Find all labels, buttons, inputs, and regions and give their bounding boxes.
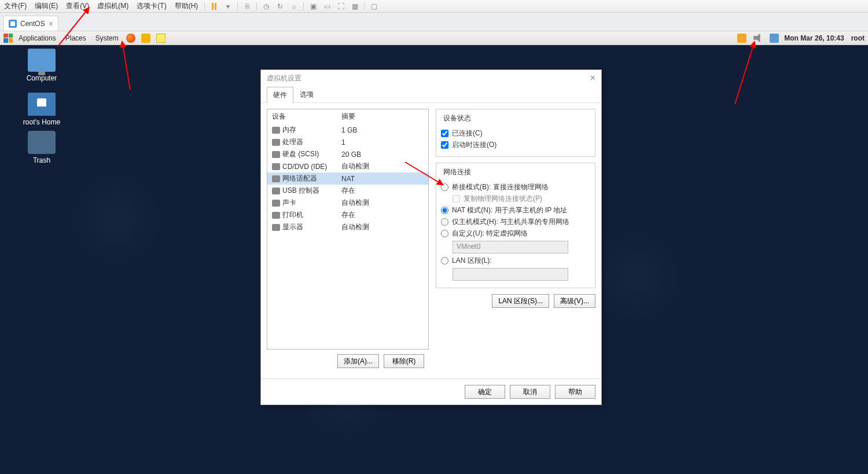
nautilus-icon[interactable]	[141, 34, 150, 43]
device-row[interactable]: USB 控制器存在	[267, 185, 428, 197]
device-row[interactable]: 处理器1	[267, 136, 428, 148]
device-row[interactable]: 内存1 GB	[267, 124, 428, 136]
bridged-radio[interactable]: 桥接模式(B): 直接连接物理网络	[441, 182, 590, 192]
nat-radio[interactable]: NAT 模式(N): 用于共享主机的 IP 地址	[441, 205, 590, 215]
toolbar-dropdown-icon[interactable]: ▾	[223, 2, 233, 11]
vmware-tab-strip: CentOS ×	[0, 13, 868, 31]
network-icon[interactable]	[770, 34, 779, 43]
toolbar-snapshot-icon[interactable]: ⎘	[242, 2, 252, 11]
toolbar-view2-icon[interactable]: ▭	[322, 2, 332, 11]
help-button[interactable]: 帮助	[555, 385, 595, 399]
hostonly-radio[interactable]: 仅主机模式(H): 与主机共享的专用网络	[441, 217, 590, 227]
device-summary: 自动检测	[341, 222, 369, 232]
volume-icon[interactable]	[753, 34, 763, 43]
custom-radio[interactable]: 自定义(U): 特定虚拟网络	[441, 229, 590, 238]
device-name: CD/DVD (IDE)	[282, 163, 327, 171]
dialog-close-icon[interactable]: ×	[590, 73, 595, 83]
gnome-panel: Applications Places System Mon Mar 26, 1…	[0, 31, 868, 45]
custom-network-combo: VMnet0	[453, 241, 568, 253]
menu-vm[interactable]: 虚拟机(M)	[93, 1, 133, 11]
device-icon	[272, 127, 280, 134]
toolbar-view4-icon[interactable]: ▦	[350, 2, 360, 11]
gedit-icon[interactable]	[156, 34, 165, 43]
remove-device-button[interactable]: 移除(R)	[384, 354, 424, 368]
vm-settings-dialog: 虚拟机设置 × 硬件 选项 设备 摘要 内存1 GB处理器1硬盘 (SCSI)2…	[260, 69, 602, 405]
device-name: 内存	[282, 125, 296, 135]
desktop-label: root's Home	[23, 118, 60, 126]
lan-segments-button[interactable]: LAN 区段(S)...	[492, 294, 549, 308]
desktop-icon-computer[interactable]: Computer	[13, 49, 71, 82]
cancel-button[interactable]: 取消	[510, 385, 550, 399]
menu-help[interactable]: 帮助(H)	[171, 1, 203, 11]
toolbar-view1-icon[interactable]: ▣	[308, 2, 318, 11]
device-list[interactable]: 设备 摘要 内存1 GB处理器1硬盘 (SCSI)20 GBCD/DVD (ID…	[267, 109, 429, 350]
device-summary: 存在	[341, 186, 355, 196]
device-name: 显示器	[282, 222, 303, 232]
desktop-label: Computer	[27, 74, 57, 82]
network-legend: 网络连接	[441, 167, 473, 177]
connected-checkbox[interactable]: 已连接(C)	[441, 128, 590, 138]
advanced-button[interactable]: 高级(V)...	[554, 294, 595, 308]
device-summary: 自动检测	[341, 161, 369, 171]
desktop-icon-trash[interactable]: Trash	[13, 131, 71, 164]
device-summary: 存在	[341, 210, 355, 220]
ok-button[interactable]: 确定	[465, 385, 505, 399]
col-summary: 摘要	[341, 112, 355, 122]
device-row[interactable]: 声卡自动检测	[267, 197, 428, 209]
trash-icon	[28, 131, 56, 154]
network-connection-group: 网络连接 桥接模式(B): 直接连接物理网络 复制物理网络连接状态(P) NAT…	[436, 163, 595, 288]
device-icon	[272, 224, 280, 231]
device-row[interactable]: 硬盘 (SCSI)20 GB	[267, 148, 428, 160]
panel-applications[interactable]: Applications	[15, 34, 60, 42]
panel-places[interactable]: Places	[62, 34, 90, 42]
menu-edit[interactable]: 编辑(E)	[31, 1, 62, 11]
toolbar-refresh-icon[interactable]: ↻	[275, 2, 285, 11]
device-row[interactable]: 打印机存在	[267, 209, 428, 221]
add-device-button[interactable]: 添加(A)...	[337, 354, 379, 368]
toolbar-zoom-icon[interactable]: ⌕	[289, 2, 299, 11]
panel-clock[interactable]: Mon Mar 26, 10:43	[784, 34, 844, 42]
device-row[interactable]: 网络适配器NAT	[267, 172, 428, 185]
toolbar-fullscreen-icon[interactable]: ▢	[369, 2, 379, 11]
device-row[interactable]: 显示器自动检测	[267, 221, 428, 233]
device-summary: 1 GB	[341, 126, 357, 134]
device-icon	[272, 200, 280, 207]
device-summary: 1	[341, 138, 345, 146]
device-summary: NAT	[341, 175, 355, 183]
firefox-icon[interactable]	[126, 34, 135, 43]
desktop-label: Trash	[33, 156, 50, 164]
menu-view[interactable]: 查看(V)	[62, 1, 93, 11]
vmware-menubar: 文件(F) 编辑(E) 查看(V) 虚拟机(M) 选项卡(T) 帮助(H) ▾ …	[0, 0, 868, 13]
panel-user[interactable]: root	[848, 34, 865, 42]
device-icon	[272, 212, 280, 219]
device-name: 打印机	[282, 210, 303, 220]
menu-tabs[interactable]: 选项卡(T)	[133, 1, 170, 11]
tab-options[interactable]: 选项	[293, 86, 320, 102]
toolbar-clock-icon[interactable]: ◷	[261, 2, 271, 11]
update-icon[interactable]	[737, 34, 746, 43]
device-summary: 20 GB	[341, 150, 361, 159]
desktop-icon-home[interactable]: root's Home	[13, 93, 71, 126]
panel-system[interactable]: System	[92, 34, 122, 42]
toolbar-view3-icon[interactable]: ⛶	[336, 2, 346, 11]
device-icon	[272, 163, 280, 170]
tab-label: CentOS	[20, 20, 45, 28]
toolbar-pause-icon[interactable]	[209, 2, 219, 11]
dialog-titlebar[interactable]: 虚拟机设置 ×	[261, 70, 601, 86]
col-device: 设备	[272, 112, 341, 122]
computer-icon	[28, 49, 56, 72]
applications-icon[interactable]	[3, 34, 13, 43]
tab-centos[interactable]: CentOS ×	[3, 16, 58, 31]
device-icon	[272, 139, 280, 146]
tab-hardware[interactable]: 硬件	[267, 87, 293, 103]
dialog-tabs: 硬件 选项	[261, 86, 601, 103]
device-state-legend: 设备状态	[441, 113, 473, 123]
device-row[interactable]: CD/DVD (IDE)自动检测	[267, 160, 428, 172]
device-icon	[272, 188, 280, 194]
lansegment-radio[interactable]: LAN 区段(L):	[441, 256, 590, 266]
menu-file[interactable]: 文件(F)	[0, 1, 31, 11]
connect-poweron-checkbox[interactable]: 启动时连接(O)	[441, 140, 590, 150]
dialog-title: 虚拟机设置	[267, 74, 301, 83]
device-name: 硬盘 (SCSI)	[282, 149, 319, 159]
tab-close-icon[interactable]: ×	[49, 19, 53, 28]
